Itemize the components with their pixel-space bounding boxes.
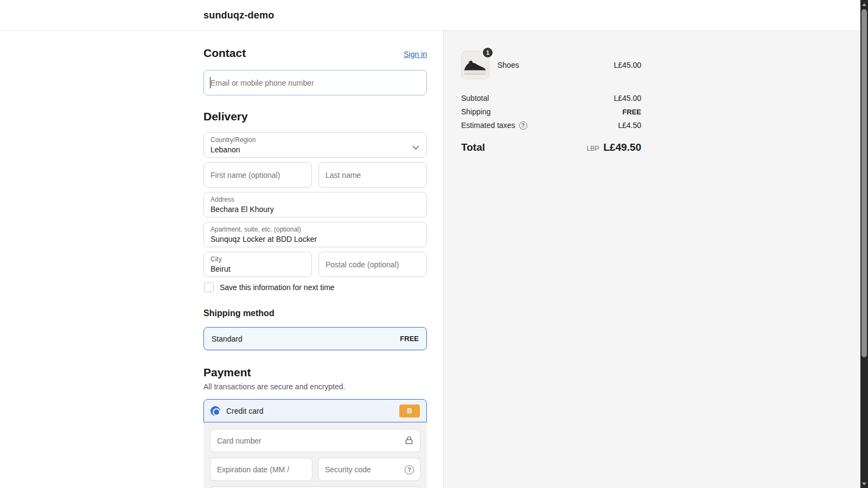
- item-price: L£45.00: [614, 61, 641, 69]
- country-label: Country/Region: [210, 136, 420, 144]
- total-row: Total LBP L£49.50: [461, 142, 641, 153]
- apartment-input[interactable]: [210, 234, 403, 245]
- scrollbar[interactable]: [860, 0, 868, 488]
- taxes-help-icon[interactable]: ?: [519, 121, 527, 130]
- shipping-method-heading: Shipping method: [203, 309, 427, 318]
- item-name: Shoes: [497, 61, 614, 69]
- shipping-label: Shipping: [461, 107, 491, 116]
- store-name-link[interactable]: sunduqz-demo: [203, 10, 274, 21]
- header: sunduqz-demo: [0, 0, 868, 31]
- checkout-page: sunduqz-demo Contact Sign in Delivery Co…: [0, 0, 868, 488]
- save-info-row: Save this information for next time: [204, 282, 427, 292]
- apartment-label: Apartment, suite, etc. (optional): [210, 226, 420, 234]
- taxes-label: Estimated taxes ?: [461, 121, 527, 130]
- delivery-heading: Delivery: [203, 110, 427, 123]
- payment-method-widget: Credit card B: [203, 399, 427, 488]
- main-content: Contact Sign in Delivery Country/Region …: [0, 31, 868, 488]
- shipping-option-price: FREE: [400, 335, 419, 343]
- credit-card-option[interactable]: Credit card B: [203, 399, 427, 422]
- quantity-badge: 1: [482, 47, 494, 59]
- card-number-input[interactable]: [210, 429, 420, 452]
- order-summary-pane: 1 Shoes L£45.00 Subtotal L£45.00 Shippin…: [444, 31, 868, 488]
- first-name-input[interactable]: [203, 162, 312, 188]
- subtotal-label: Subtotal: [461, 94, 489, 102]
- line-item: 1 Shoes L£45.00: [461, 51, 641, 79]
- credit-card-label: Credit card: [226, 407, 263, 415]
- text-caret: [210, 77, 210, 88]
- email-field-wrap: [203, 70, 427, 95]
- country-select[interactable]: Country/Region Lebanon: [203, 132, 427, 158]
- postal-code-input[interactable]: [318, 252, 427, 277]
- cost-summary: Subtotal L£45.00 Shipping FREE Estimated…: [461, 94, 641, 153]
- checkout-form-pane: Contact Sign in Delivery Country/Region …: [0, 31, 444, 488]
- payment-subtitle: All transactions are secure and encrypte…: [203, 382, 427, 391]
- scrollbar-thumb[interactable]: [861, 9, 867, 357]
- scroll-down-icon[interactable]: [862, 483, 866, 485]
- apartment-field[interactable]: Apartment, suite, etc. (optional): [203, 222, 427, 247]
- scroll-up-icon[interactable]: [862, 3, 866, 6]
- save-info-label: Save this information for next time: [220, 283, 335, 292]
- bogus-gateway-icon: B: [399, 404, 420, 418]
- shipping-option-standard[interactable]: Standard FREE: [203, 327, 427, 350]
- product-image: 1: [461, 51, 489, 79]
- taxes-value: L£4.50: [618, 121, 641, 130]
- shipping-value: FREE: [622, 108, 641, 116]
- sign-in-link[interactable]: Sign in: [404, 50, 427, 59]
- help-icon[interactable]: ?: [405, 464, 414, 474]
- total-value: L£49.50: [603, 142, 641, 153]
- subtotal-value: L£45.00: [614, 94, 641, 102]
- address-input[interactable]: [210, 204, 403, 215]
- payment-heading: Payment: [203, 366, 427, 379]
- country-value: Lebanon: [210, 144, 403, 155]
- last-name-input[interactable]: [318, 162, 427, 188]
- currency-code: LBP: [587, 145, 599, 152]
- city-input[interactable]: [210, 264, 297, 274]
- save-info-checkbox[interactable]: [204, 282, 214, 292]
- city-label: City: [210, 255, 305, 264]
- total-label: Total: [461, 142, 485, 153]
- email-input[interactable]: [203, 70, 427, 95]
- taxes-row: Estimated taxes ? L£4.50: [461, 121, 641, 130]
- subtotal-row: Subtotal L£45.00: [461, 94, 641, 102]
- expiry-input[interactable]: [210, 458, 312, 481]
- radio-selected-icon[interactable]: [210, 406, 220, 416]
- card-fields-panel: ?: [203, 422, 427, 488]
- shipping-row: Shipping FREE: [461, 107, 641, 116]
- lock-icon: [404, 435, 414, 447]
- contact-heading: Contact: [203, 47, 246, 60]
- shipping-option-name: Standard: [212, 335, 242, 343]
- address-field[interactable]: Address: [203, 192, 427, 217]
- address-label: Address: [210, 196, 420, 204]
- chevron-down-icon: [412, 143, 419, 152]
- city-field[interactable]: City: [203, 252, 312, 277]
